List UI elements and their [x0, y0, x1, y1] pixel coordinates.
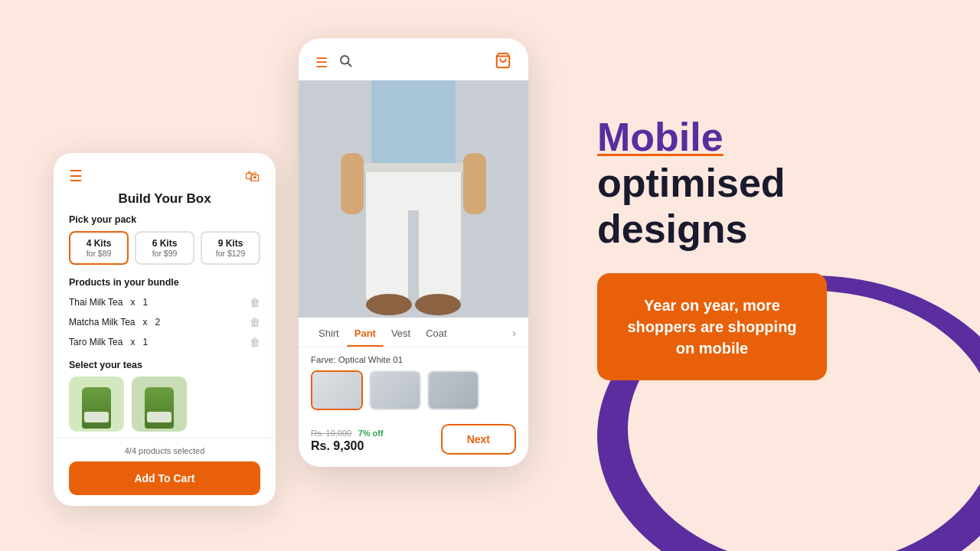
- pack-price-label: for $89: [74, 249, 124, 258]
- bundle-item-1: Thai Milk Tea x 1 🗑: [54, 292, 276, 312]
- price-section: Rs. 10,000 7% off Rs. 9,300 Next: [299, 416, 528, 467]
- center-phone-mockup: ☰: [299, 38, 528, 467]
- delete-icon[interactable]: 🗑: [250, 296, 260, 308]
- discount-badge: 7% off: [358, 429, 384, 438]
- pack-price-label: for $129: [205, 249, 256, 258]
- headline-mobile-word: Mobile: [597, 115, 724, 159]
- original-price: Rs. 10,000: [311, 429, 351, 438]
- bundle-item-text: Thai Milk Tea x 1: [69, 297, 148, 308]
- add-to-cart-button[interactable]: Add To Cart: [69, 461, 260, 495]
- headline: Mobile optimised designs: [597, 115, 919, 252]
- color-swatches: [311, 370, 516, 410]
- pack-option-9kits[interactable]: 9 Kits for $129: [201, 231, 260, 265]
- pack-option-4kits[interactable]: 4 Kits for $89: [69, 231, 129, 265]
- orange-card-text: Year on year, more shoppers are shopping…: [620, 295, 804, 359]
- cart-icon[interactable]: 🛍: [245, 168, 260, 185]
- svg-rect-8: [364, 163, 463, 172]
- svg-rect-11: [341, 153, 364, 214]
- tab-shirt[interactable]: Shirt: [311, 328, 347, 347]
- swatch-1[interactable]: [311, 370, 363, 410]
- left-phone-title: Build Your Box: [54, 191, 276, 214]
- svg-rect-4: [371, 80, 456, 168]
- center-phone-header: ☰: [299, 38, 528, 80]
- pack-price-label: for $99: [139, 249, 190, 258]
- current-price: Rs. 9,300: [311, 439, 384, 453]
- pick-pack-label: Pick your pack: [54, 214, 276, 231]
- orange-card: Year on year, more shoppers are shopping…: [597, 273, 827, 380]
- tab-vest[interactable]: Vest: [384, 328, 418, 347]
- color-section: Farve: Optical White 01: [299, 347, 528, 416]
- bundle-item-text: Matcha Milk Tea x 2: [69, 317, 160, 328]
- delete-icon[interactable]: 🗑: [250, 316, 260, 328]
- bundle-item-text: Taro Milk Tea x 1: [69, 337, 148, 347]
- hamburger-icon[interactable]: ☰: [69, 167, 83, 185]
- header-icons: ☰: [315, 54, 352, 71]
- headline-rest: optimised designs: [597, 161, 786, 251]
- pack-kits-label: 9 Kits: [205, 238, 256, 249]
- swatch-3[interactable]: [427, 370, 479, 410]
- swatch-2[interactable]: [369, 370, 421, 410]
- teas-row: [54, 377, 276, 438]
- tabs-more-icon[interactable]: ›: [512, 327, 516, 347]
- pack-options: 4 Kits for $89 6 Kits for $99 9 Kits for…: [54, 231, 276, 274]
- cart-icon[interactable]: [495, 52, 511, 73]
- delete-icon[interactable]: 🗑: [250, 336, 260, 348]
- pack-option-6kits[interactable]: 6 Kits for $99: [135, 231, 194, 265]
- category-tabs: Shirt Pant Vest Coat ›: [299, 318, 528, 347]
- bundle-item-3: Taro Milk Tea x 1 🗑: [54, 332, 276, 352]
- products-selected-text: 4/4 products selected: [69, 446, 260, 455]
- price-top-row: Rs. 10,000 7% off: [311, 425, 384, 439]
- bundle-label: Products in your bundle: [54, 274, 276, 292]
- svg-rect-12: [463, 153, 486, 214]
- tab-pant[interactable]: Pant: [347, 328, 384, 347]
- svg-point-10: [415, 294, 461, 315]
- price-info: Rs. 10,000 7% off Rs. 9,300: [311, 425, 384, 453]
- svg-line-1: [348, 63, 351, 66]
- tab-coat[interactable]: Coat: [418, 328, 454, 347]
- left-phone-mockup: ☰ 🛍 Build Your Box Pick your pack 4 Kits…: [54, 153, 276, 506]
- svg-point-9: [366, 294, 412, 315]
- hamburger-icon[interactable]: ☰: [315, 54, 328, 71]
- color-label: Farve: Optical White 01: [311, 355, 516, 364]
- pack-kits-label: 6 Kits: [139, 238, 190, 249]
- product-image: [299, 80, 528, 318]
- select-teas-label: Select your teas: [54, 352, 276, 377]
- left-phone-footer: 4/4 products selected Add To Cart: [54, 438, 276, 506]
- next-button[interactable]: Next: [441, 424, 516, 455]
- bundle-item-2: Matcha Milk Tea x 2 🗑: [54, 312, 276, 332]
- pants-figure-svg: [299, 80, 528, 318]
- tea-thumb-2[interactable]: [132, 377, 187, 432]
- right-text-section: Mobile optimised designs Year on year, m…: [597, 115, 919, 380]
- search-icon[interactable]: [338, 54, 352, 71]
- pack-kits-label: 4 Kits: [74, 238, 124, 249]
- tea-thumb-1[interactable]: [69, 377, 124, 432]
- tea-can-icon-2: [145, 387, 174, 429]
- tea-can-icon: [82, 387, 111, 429]
